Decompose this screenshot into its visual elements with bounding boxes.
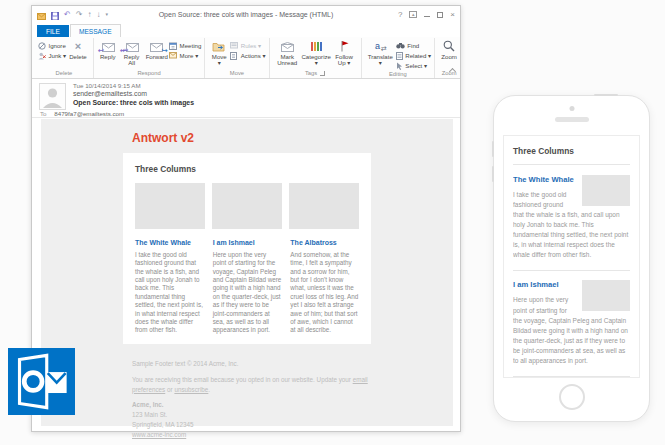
footer-website-link[interactable]: www.acme-inc.com <box>132 430 384 440</box>
customize-qat-icon[interactable]: ▾ <box>105 12 108 17</box>
column-heading[interactable]: The White Whale <box>135 239 204 246</box>
phone-volume-up-button <box>492 141 494 157</box>
redo-icon[interactable]: ↷ <box>76 11 83 19</box>
footer-optin-text: You are receiving this email because you… <box>132 375 384 395</box>
more-envelope-icon <box>169 52 177 59</box>
email-heading: Three Columns <box>135 164 359 174</box>
message-sender[interactable]: sender@emailtests.com <box>73 90 147 97</box>
message-to-row: To 8479fa7@emailtests.com <box>40 110 124 117</box>
translate-icon: a⇄ <box>374 40 387 52</box>
tab-message[interactable]: MESSAGE <box>70 24 121 37</box>
tab-file[interactable]: FILE <box>37 25 69 37</box>
translate-button[interactable]: a⇄ Translate ▾ <box>365 38 396 67</box>
group-label-tags: Tags <box>273 69 358 78</box>
phone-section-3: The Albatross And somehow, at the time, … <box>513 377 630 378</box>
image-placeholder <box>289 183 359 229</box>
image-placeholder <box>582 280 630 311</box>
image-placeholder <box>582 175 630 206</box>
phone-email-heading: Three Columns <box>513 143 630 165</box>
phone-power-button <box>594 94 618 96</box>
group-label-respond: Respond <box>97 69 202 78</box>
footer-sample-text: Sample Footer text © 2014 Acme, Inc. <box>132 359 384 369</box>
phone-screen: Three Columns The White Whale I take the… <box>503 135 640 378</box>
ribbon-group-move: Move ▾ Rules ▾ Actions ▾ Move <box>205 38 269 78</box>
tags-dialog-launcher-icon[interactable] <box>320 71 325 76</box>
delete-button[interactable]: × Delete <box>66 38 90 60</box>
zoom-button[interactable]: Zoom <box>438 38 460 60</box>
more-respond-button[interactable]: More ▾ <box>169 51 201 60</box>
select-button[interactable]: Select ▾ <box>396 61 431 70</box>
meeting-icon <box>169 42 177 50</box>
mark-unread-button[interactable]: Mark Unread <box>273 38 302 67</box>
save-icon[interactable] <box>51 6 59 24</box>
window-controls: ? ▴ × <box>398 11 455 19</box>
email-footer: Sample Footer text © 2014 Acme, Inc. You… <box>132 359 384 439</box>
outlook-message-window: ↶ ↷ ↑ ↓ ▾ Open Source: three cols with i… <box>31 5 461 432</box>
forward-arrow-icon: ↪ <box>162 47 168 55</box>
actions-button[interactable]: Actions ▾ <box>230 51 265 60</box>
column-text: I take the good old fashioned ground tha… <box>135 251 204 335</box>
find-button[interactable]: Find <box>396 41 431 50</box>
minimize-icon[interactable] <box>424 12 430 17</box>
email-columns: The White Whale I take the good old fash… <box>135 239 359 335</box>
related-document-icon <box>396 52 403 60</box>
ribbon-group-respond: ↩ Reply ↩↩ Reply All ↪ <box>94 38 206 78</box>
ribbon-group-tags: Mark Unread Categorize ▾ Follow Up ▾ <box>270 38 362 78</box>
email-title: Antwort v2 <box>132 131 194 145</box>
titlebar: ↶ ↷ ↑ ↓ ▾ Open Source: three cols with i… <box>32 6 460 23</box>
related-button[interactable]: Related ▾ <box>396 51 431 60</box>
message-recipient[interactable]: 8479fa7@emailtests.com <box>54 110 124 117</box>
rules-icon <box>230 42 238 49</box>
ribbon-group-delete: Ignore Junk ▾ × Delete Delete <box>35 38 94 78</box>
message-subject: Open Source: three cols with images <box>73 99 194 106</box>
rules-button[interactable]: Rules ▾ <box>230 41 265 50</box>
categorize-button[interactable]: Categorize ▾ <box>302 38 331 67</box>
phone-speaker-icon <box>555 117 589 122</box>
ignore-icon <box>38 42 46 50</box>
move-folder-icon <box>212 41 226 52</box>
next-item-icon[interactable]: ↓ <box>96 11 100 19</box>
ignore-button[interactable]: Ignore <box>38 41 66 50</box>
undo-icon[interactable]: ↶ <box>64 11 71 19</box>
follow-up-button[interactable]: Follow Up ▾ <box>331 38 358 67</box>
reply-all-envelope-icon <box>125 42 139 52</box>
outlook-logo-icon <box>8 348 75 415</box>
ribbon-group-editing: a⇄ Translate ▾ Find Related ▾ <box>362 38 435 78</box>
move-button[interactable]: Move ▾ <box>208 38 230 67</box>
column-text: And somehow, at the time, I felt a sympa… <box>290 251 359 335</box>
junk-button[interactable]: Junk ▾ <box>38 51 66 60</box>
meeting-button[interactable]: Meeting <box>169 41 201 50</box>
screenshot-stage: ↶ ↷ ↑ ↓ ▾ Open Source: three cols with i… <box>0 0 665 445</box>
column-heading[interactable]: I am Ishmael <box>213 239 282 246</box>
email-image-row <box>135 183 359 229</box>
previous-item-icon[interactable]: ↑ <box>87 11 91 19</box>
restore-icon[interactable] <box>437 12 443 18</box>
find-binoculars-icon <box>396 42 405 49</box>
footer-street: 123 Main St. <box>132 410 384 420</box>
column-heading[interactable]: The Albatross <box>290 239 359 246</box>
ribbon-tabs: FILE MESSAGE <box>32 23 460 37</box>
follow-up-flag-icon <box>340 40 349 52</box>
email-column-2: I am Ishmael Here upon the very point of… <box>213 239 282 335</box>
reply-all-arrows-icon: ↩↩ <box>120 47 125 55</box>
svg-text:⇄: ⇄ <box>381 45 387 52</box>
email-content-card: Three Columns The White Whale I take the… <box>123 153 371 344</box>
help-button[interactable]: ? <box>398 11 402 19</box>
ribbon-display-options-icon[interactable]: ▴ <box>409 11 417 18</box>
close-icon[interactable]: × <box>450 11 455 19</box>
mail-icon[interactable] <box>37 6 46 24</box>
select-cursor-icon <box>396 62 403 70</box>
footer-city: Springfield, MA 12345 <box>132 420 384 430</box>
reading-pane: Antwort v2 Three Columns The White Whale… <box>41 119 453 426</box>
forward-button[interactable]: ↪ Forward <box>145 38 170 60</box>
column-text: Here upon the very point of starting for… <box>213 251 282 335</box>
email-column-3: The Albatross And somehow, at the time, … <box>290 239 359 335</box>
reply-button[interactable]: ↩ Reply <box>97 38 119 60</box>
unsubscribe-link[interactable]: unsubscribe <box>174 386 208 393</box>
image-placeholder <box>135 183 205 229</box>
reply-all-button[interactable]: ↩↩ Reply All <box>119 38 145 67</box>
group-label-move: Move <box>208 69 265 78</box>
zoom-magnifier-icon <box>443 40 455 52</box>
phone-section-1: The White Whale I take the good old fash… <box>513 166 630 271</box>
delete-icon: × <box>75 41 81 52</box>
